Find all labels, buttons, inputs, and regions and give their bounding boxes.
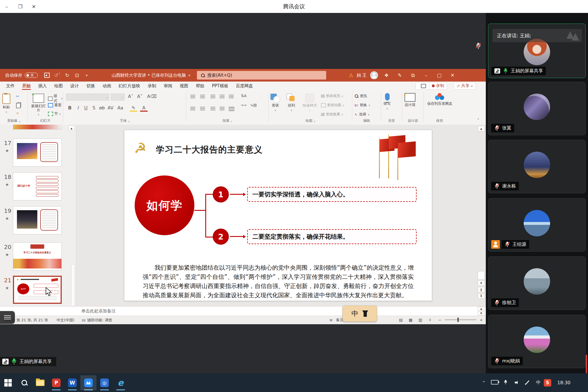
undo-icon[interactable]: ↺˅ (53, 72, 62, 78)
ime-mode-indicator[interactable]: 中 (533, 380, 544, 386)
zoom-slider[interactable] (445, 319, 476, 320)
shapes-button[interactable]: 形状∨ (270, 94, 280, 112)
tab-slideshow[interactable]: 幻灯片放映 (115, 82, 144, 90)
shape-fill-button[interactable]: 形状填充∨ (321, 94, 343, 99)
participant-tile-wangshaoyuan[interactable]: 王绍源 (488, 198, 586, 252)
warning-icon[interactable]: ⚠ (349, 72, 353, 78)
zoom-out-icon[interactable]: − (437, 318, 443, 322)
align-center-icon[interactable] (200, 107, 205, 111)
account-name[interactable]: 娟 王 (357, 73, 367, 78)
participant-tile-xuchaowei[interactable]: 徐朝卫 (488, 256, 586, 310)
thumb-slide-18[interactable]: 我们这十年 (13, 172, 62, 200)
globe-icon[interactable]: ❖ (382, 72, 391, 78)
qat-customize-icon[interactable]: ▾ (82, 74, 92, 77)
save-icon[interactable] (44, 73, 50, 78)
slideshow-from-start-icon[interactable]: ⊡ (72, 72, 82, 78)
pdf-app-button[interactable]: P (48, 375, 64, 390)
blue-app-button[interactable]: ◎ (96, 375, 113, 390)
strikethrough-button[interactable]: ab (98, 105, 106, 111)
thumb-scroll-up[interactable]: ▲ (68, 125, 75, 131)
search-input[interactable]: 搜索(Alt+Q) (197, 71, 326, 80)
thumb-slide-19[interactable] (13, 206, 62, 234)
shadow-button[interactable]: S (90, 105, 98, 111)
next-slide-button[interactable]: ▼▼ (478, 293, 485, 299)
collapse-ribbon-icon[interactable]: ⌃ (477, 118, 480, 122)
font-color-button[interactable]: A (140, 105, 148, 112)
smartart-convert-icon[interactable]: ⇘▤ (250, 103, 257, 107)
shrink-font-icon[interactable]: A˅ (136, 94, 144, 99)
line-spacing-icon[interactable] (229, 95, 234, 99)
columns-icon[interactable] (229, 107, 234, 111)
participant-tile-xieyongdong[interactable]: 谢永栋 (488, 140, 586, 193)
char-spacing-button[interactable]: AV (107, 105, 114, 111)
thumb-slide-21-selected[interactable]: 如何学 (13, 276, 62, 304)
slide-scroll-thumb[interactable] (478, 271, 485, 280)
select-button[interactable]: ↖选择∨ (355, 112, 370, 117)
tab-insert[interactable]: 插入 (34, 82, 51, 90)
designer-button[interactable]: ⚡ 设计器 (405, 93, 415, 107)
tab-transitions[interactable]: 切换 (83, 82, 99, 90)
underline-button[interactable]: U (82, 105, 90, 111)
change-case-button[interactable]: Aa (117, 105, 124, 111)
ppt-minimize-icon[interactable]: – (421, 72, 431, 78)
slideshow-view-icon[interactable]: ⏚ (427, 317, 433, 322)
find-button[interactable]: 查找 (355, 94, 367, 99)
quick-styles-button[interactable]: 快速样式∨ (303, 94, 317, 112)
text-direction-icon[interactable]: ⇅A (241, 94, 247, 98)
reset-button[interactable]: 重置 (48, 103, 61, 108)
ppt-close-icon[interactable]: ✕ (448, 72, 457, 78)
tab-animations[interactable]: 动画 (99, 82, 115, 90)
numbering-icon[interactable] (200, 95, 205, 99)
replace-button[interactable]: b͎c替换∨ (355, 103, 370, 108)
font-size-combo[interactable]: ⌄ (111, 94, 125, 101)
bullets-icon[interactable] (190, 95, 195, 99)
accessibility-status[interactable]: 辅助功能: 调查 (87, 318, 112, 323)
increase-indent-icon[interactable] (220, 95, 225, 99)
thumb-scrollbar[interactable] (71, 264, 75, 306)
participant-tile-mxjxiaojuan[interactable]: mxj晓娟 (488, 315, 586, 368)
account-avatar[interactable] (370, 71, 378, 79)
new-slide-button[interactable]: + 新建幻灯片∨ (30, 94, 47, 116)
slide-scroll-down[interactable]: ▼ (478, 280, 485, 286)
align-left-icon[interactable] (190, 107, 195, 111)
pen-mode-icon[interactable]: ✎ (395, 72, 405, 78)
tab-help[interactable]: 帮助 (192, 82, 208, 90)
notes-toggle-icon[interactable]: ≡ (328, 318, 334, 322)
notes-pane[interactable]: 单击此处添加备注 (0, 306, 486, 316)
tab-home[interactable]: 开始 (18, 82, 34, 90)
title-dropdown-icon[interactable]: ∨ (188, 74, 190, 77)
copy-icon[interactable] (16, 103, 21, 108)
clear-format-icon[interactable]: A⌫ (147, 94, 154, 99)
word-button[interactable]: W (64, 375, 80, 390)
tab-view[interactable]: 视图 (176, 82, 192, 90)
format-painter-icon[interactable]: ⌯ (16, 111, 19, 115)
shape-outline-button[interactable]: 形状轮廓∨ (321, 103, 345, 108)
start-button[interactable] (0, 375, 16, 390)
share-button[interactable]: ⬀共享∨ (454, 82, 476, 90)
tab-record[interactable]: 录制 (144, 82, 160, 90)
notes-scroll-up[interactable]: ▲ (478, 307, 485, 311)
tray-pen-icon[interactable] (522, 380, 533, 386)
reading-view-icon[interactable]: ▥ (417, 318, 423, 322)
zoom-in-icon[interactable]: + (478, 318, 484, 322)
language-status[interactable]: 中文(中国) (57, 318, 74, 323)
taskbar-search-button[interactable] (16, 375, 32, 390)
screen-share-pill[interactable]: 王娟的屏幕共享 (0, 357, 56, 366)
section-button[interactable]: 节∨ (48, 111, 61, 116)
align-text-icon[interactable]: ⌯⌯ (241, 103, 247, 107)
document-title[interactable]: 山西财经大学宣讲 • 已保存到这台电脑 (112, 73, 186, 78)
thumb-slide-20[interactable]: 学习二十大报告的主要意义 (13, 242, 62, 271)
notes-scroll-down[interactable]: ▼ (478, 311, 485, 315)
highlight-color-button[interactable]: ✎ (130, 105, 137, 112)
tab-draw[interactable]: 绘图 (51, 82, 67, 90)
cut-icon[interactable]: ✂ (16, 94, 19, 99)
font-name-combo[interactable]: ⌄ (66, 94, 109, 101)
slide-canvas[interactable]: ☭ 学习二十大报告的主要意义 如何学 1 一要切实学深悟透，确保入脑入心。 2 … (124, 130, 432, 301)
battery-icon[interactable] (489, 380, 500, 386)
tencent-meeting-button[interactable] (80, 375, 96, 390)
ppt-restore-icon[interactable]: ▢ (434, 72, 444, 78)
tray-mic-icon[interactable] (500, 379, 511, 387)
clock[interactable]: 18:30 (555, 380, 573, 385)
bold-button[interactable]: B (66, 105, 74, 111)
shape-effects-button[interactable]: 形状效果∨ (321, 112, 343, 117)
